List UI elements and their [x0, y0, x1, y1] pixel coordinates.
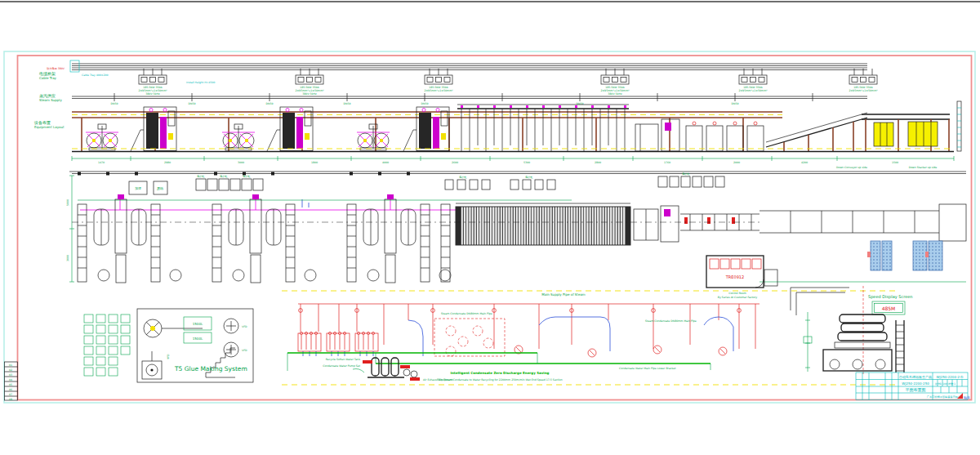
svg-text:2000: 2000 [733, 161, 740, 164]
junction-labels: 185.5KW 350A 2×95mm²+1×50mm² 380V 50Hz 1… [138, 86, 878, 96]
svg-text:1800: 1800 [311, 161, 318, 164]
rev-row: 01 [9, 364, 12, 367]
steam-label-en: Steam Supply [39, 98, 62, 102]
condensate-recovery-unit: Recycle Soften Water Tank Condensate Wat… [323, 358, 453, 381]
speed-display-area: Speed Display Screen 485M [791, 286, 912, 374]
svg-text:DN50: DN50 [732, 102, 739, 105]
elevation-view: 动力电源 380V 电缆桥架 Cable Tray 蒸汽供应 Steam Sup… [33, 60, 961, 169]
cad-drawing-viewport[interactable]: 01 02 03 04 05 06 07 08 动力电源 380V 电缆桥架 C… [0, 0, 980, 455]
glue-stairs [206, 348, 235, 377]
plan-utility-boxes: 加湿 原纸 电控柜 电控柜 电控柜 电控柜 电控柜 [129, 172, 724, 194]
box-b-label: 原纸 [157, 186, 163, 190]
svg-text:1500: 1500 [892, 161, 898, 164]
svg-text:3000: 3000 [66, 255, 69, 261]
plan-left-dim: 5000 3000 [66, 176, 74, 282]
elevation-ground: 1470 2980 3000 1800 4000 2600 5300 2800 … [72, 149, 954, 169]
condensate-blue-piping [408, 317, 733, 356]
tb-model: WJ250-2200-250 [902, 381, 929, 386]
svg-text:Recycle Soften Water Tank: Recycle Soften Water Tank [326, 358, 360, 361]
svg-text:4200: 4200 [801, 161, 808, 164]
conveyor-side-label: Down Conveyor up side [836, 166, 867, 169]
rev-row: 08 [9, 398, 12, 401]
cable-note-2: Install Height H=4500 [186, 81, 215, 84]
svg-text:1470: 1470 [98, 161, 105, 164]
svg-text:1500L: 1500L [193, 322, 203, 326]
svg-text:2800: 2800 [595, 161, 601, 164]
tb-project: 自动化瓦楞纸板生产线 [899, 375, 932, 379]
tb-drawing-no: WJ250-2200-2-D [937, 375, 964, 379]
svg-text:电控柜: 电控柜 [525, 176, 533, 179]
bracket-label: Condensate Water Main Pipe Lower Bracket [619, 367, 676, 370]
svg-text:380V 50Hz: 380V 50Hz [145, 92, 160, 96]
condensate-green-main: Steam Condensate DN80mm Main Pipe Steam … [287, 312, 710, 371]
rev-row: 05 [9, 383, 12, 386]
mid-machines [635, 119, 764, 151]
left-revision-table: 01 02 03 04 05 06 07 08 [5, 362, 18, 401]
glue-tank-grid [84, 314, 130, 376]
svg-text:电控柜: 电控柜 [682, 172, 690, 176]
takeoff-conveyor [766, 101, 961, 151]
svg-text:3000: 3000 [238, 161, 244, 164]
svg-text:电控柜: 电控柜 [220, 175, 228, 178]
svg-text:DN50: DN50 [266, 102, 274, 105]
svg-text:Steam Condensate DN80mm Main P: Steam Condensate DN80mm Main Pipe [441, 312, 492, 315]
glue-note: VFD [167, 354, 170, 359]
svg-text:VFD: VFD [242, 349, 247, 352]
glue-making-system: 1500L 1500L VFD VFD VFD T5 Glue Making S… [84, 309, 253, 382]
rev-row: 02 [9, 368, 12, 372]
glue-tanks: 1500L 1500L VFD VFD [184, 317, 247, 357]
steam-diagram-subtitle: Twin Steam Condensate to Water Recycling… [436, 378, 562, 381]
svg-text:5300: 5300 [523, 161, 530, 164]
svg-text:Steam Condensate DN80mm Main P: Steam Condensate DN80mm Main Pipe [645, 319, 697, 323]
steam-diagram-title: Intelligent Condensate Zero Discharge En… [451, 371, 550, 375]
rev-row: 07 [9, 393, 12, 396]
svg-text:Condensate Water Pump Set: Condensate Water Pump Set [323, 364, 360, 368]
glue-title: T5 Glue Making System [174, 365, 247, 372]
wet-end-machines [86, 107, 449, 151]
speed-display-value: 485M [882, 306, 896, 311]
stacker-side-label: Down Stacker up side [909, 166, 938, 169]
cable-note-1: Cable Tray 400×200 [82, 74, 109, 77]
rev-row: 04 [9, 378, 12, 381]
svg-text:1760: 1760 [664, 161, 670, 164]
control-room: TRE0912 Control Room By Series At Custom… [706, 256, 777, 299]
svg-text:1: 1 [954, 382, 956, 386]
cable-tray-label-en: Cable Tray [39, 76, 57, 80]
svg-text:DN50: DN50 [577, 102, 584, 105]
svg-text:4000: 4000 [382, 161, 389, 164]
steam-main-label: Main Supply Pipe of Steam [541, 292, 586, 297]
box-a-label: 加湿 [135, 186, 141, 190]
rev-row: 03 [9, 373, 12, 377]
equip-label-en: Equipment Layout [34, 125, 65, 129]
svg-text:2×95mm²+1×50mm²: 2×95mm²+1×50mm² [849, 89, 878, 92]
svg-text:5000: 5000 [66, 199, 69, 206]
svg-text:电控柜: 电控柜 [459, 176, 467, 179]
svg-text:DN50: DN50 [421, 102, 429, 105]
svg-text:DN50: DN50 [189, 102, 196, 105]
control-room-label: Control Room [728, 292, 746, 295]
pallet-stacks [867, 241, 942, 270]
ladder [896, 320, 904, 372]
steam-condensate-diagram: Main Supply Pipe of Steam [287, 292, 760, 381]
svg-text:2980: 2980 [164, 161, 171, 164]
elevation-side-labels: 动力电源 380V 电缆桥架 Cable Tray 蒸汽供应 Steam Sup… [33, 67, 215, 129]
svg-text:VFD: VFD [242, 325, 247, 328]
control-room-code: TRE0912 [725, 274, 744, 279]
steam-supply-pipe: DN50 DN50 DN50 DN50 DN50 DN50 DN50 [72, 93, 867, 105]
glue-pump [142, 351, 162, 379]
svg-text:380V 50Hz: 380V 50Hz [608, 92, 622, 96]
control-room-sublabel: By Series At Customer Factory [718, 296, 758, 299]
speed-display-title: Speed Display Screen [868, 294, 912, 300]
svg-text:2600: 2600 [452, 161, 458, 164]
drawing-sheet: 01 02 03 04 05 06 07 08 动力电源 380V 电缆桥架 C… [0, 0, 980, 455]
plan-view: 5000 3000 加湿 原纸 电控柜 电控柜 电控柜 [66, 172, 966, 299]
svg-text:电控柜: 电控柜 [243, 175, 251, 178]
rev-row: 06 [9, 388, 12, 391]
double-facer-block [456, 203, 630, 245]
svg-text:2×95mm²+1×50mm²: 2×95mm²+1×50mm² [738, 89, 768, 92]
end-machine [804, 286, 892, 374]
plan-roll-stand-units [78, 194, 451, 283]
power-note: 动力电源 380V [47, 67, 65, 70]
tb-sheet-name: 平面布置图 [906, 387, 926, 393]
svg-text:电控柜: 电控柜 [197, 175, 205, 178]
